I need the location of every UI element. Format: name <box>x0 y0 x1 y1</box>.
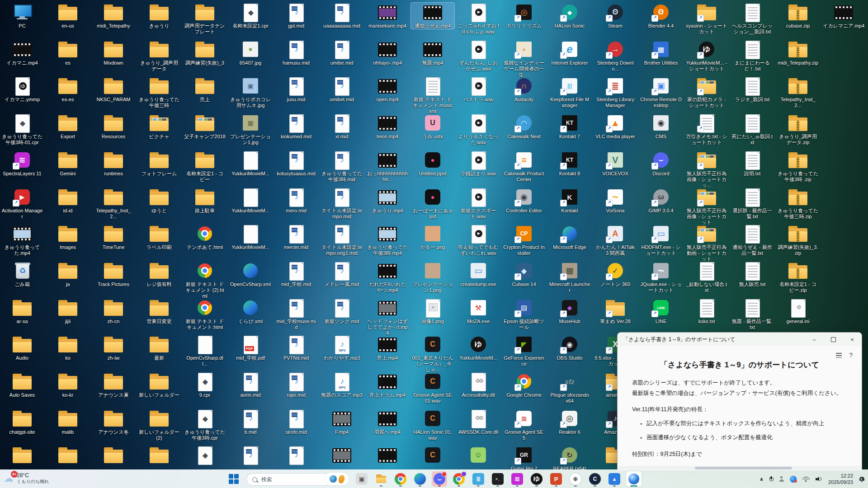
desktop-icon[interactable]: ↗万引きメモ.txt - ショートカット <box>685 113 728 145</box>
desktop-icon[interactable]: ◆9.cpr <box>183 372 226 398</box>
desktop-icon[interactable]: テンポあて.html <box>183 224 226 250</box>
desktop-icon[interactable]: イカマニ.mp4 <box>0 40 44 66</box>
taskbar-app-yukkuri-movie-maker[interactable]: ゆ <box>529 471 544 487</box>
desktop-icon[interactable]: ksks.txt <box>685 298 728 324</box>
desktop-icon[interactable]: ♪gpt.mid <box>274 3 318 29</box>
desktop-icon[interactable]: ゆイカマニ.ymmp <box>0 76 44 103</box>
desktop-icon[interactable]: レジ袋有料 <box>137 261 181 287</box>
taskbar-app-notepad[interactable]: ≣ <box>471 471 486 487</box>
desktop-icon[interactable]: ◎↗ポリリリリズム <box>502 3 546 29</box>
desktop-icon[interactable]: ✓↗ノートン 360 <box>594 261 637 287</box>
desktop-icon[interactable]: ヘッドフォンはずしててよかっt.mp4 <box>366 298 409 336</box>
desktop-icon[interactable]: midi_Telepathy <box>92 3 135 29</box>
desktop-icon[interactable]: ʘ↗Blender 4.4 <box>639 3 683 29</box>
desktop-icon[interactable]: ↻↗REAPER (x64) <box>548 446 591 472</box>
taskbar-clock[interactable]: 12:22 2025/09/23 <box>828 473 853 485</box>
desktop-icon[interactable]: OpenCvSharp.xml <box>229 261 272 287</box>
desktop-icon[interactable]: 名称未設定1 - コピー <box>183 150 226 183</box>
desktop-icon[interactable]: ▲画像1.png <box>411 298 454 324</box>
desktop-icon[interactable]: ohhayo-.mp4 <box>366 40 409 66</box>
desktop-icon[interactable]: アナウンス夏 <box>92 372 135 398</box>
desktop-icon[interactable]: ♪rajio.mid <box>274 372 318 398</box>
desktop-icon[interactable]: es-es <box>46 76 90 103</box>
desktop-icon[interactable]: cubase.zip <box>776 3 820 29</box>
desktop-icon[interactable]: ◉↗Controller Editor <box>502 188 546 214</box>
minimize-button[interactable]: – <box>805 333 824 346</box>
dialog-titlebar[interactable]: 「さよなら手書き 1～9」のサポートについて – × <box>618 333 862 346</box>
desktop-icon[interactable]: KT↗Kontakt 7 <box>548 113 591 140</box>
desktop-icon[interactable]: PC <box>0 3 44 29</box>
taskbar-app-google-chrome[interactable] <box>393 471 408 487</box>
desktop-icon[interactable]: K↗Kontakt <box>548 188 591 214</box>
desktop-icon[interactable]: 新規 テキスト ドキュメント.html <box>183 298 226 330</box>
taskbar-app-photos[interactable]: ▲ <box>607 471 622 487</box>
desktop-icon[interactable]: 通知うぜえ - 親作品一覧.txt <box>731 224 774 256</box>
desktop-icon[interactable]: ω↗GIMP 3.0.4 <box>639 188 683 214</box>
desktop-icon[interactable]: 新しいフォルダー (2) <box>137 409 181 441</box>
desktop-icon[interactable]: まにまにわーるど！.txt <box>731 40 774 72</box>
desktop-icon[interactable]: ◆ <box>183 446 226 466</box>
desktop-icon[interactable]: ♪mid_学校.mid <box>274 261 318 287</box>
desktop-icon[interactable]: ゆYukkuriMovieM... <box>457 335 500 361</box>
desktop-icon[interactable]: YukkuriMovieM... <box>229 150 272 177</box>
desktop-icon[interactable]: ▣↗Chrome Remote Desktop <box>639 76 683 108</box>
taskbar-app-chatgpt[interactable]: ✻ <box>568 471 583 487</box>
desktop-icon[interactable]: _起動しない場合.txt <box>685 261 728 293</box>
desktop-icon[interactable]: ◆名称未設定1.cpr <box>229 3 272 29</box>
desktop-icon[interactable]: ~↗JQuake.exe - ショートカット <box>639 261 683 293</box>
desktop-icon[interactable]: ◠↗Cakewalk Next <box>502 113 546 140</box>
taskbar-app-widgets[interactable] <box>324 471 350 487</box>
desktop-icon[interactable]: 調声用データテンプレート <box>183 3 226 35</box>
desktop-icon[interactable]: きゅうり_調声用データ <box>137 40 181 72</box>
desktop-icon[interactable]: かるー.png <box>411 224 454 250</box>
desktop-icon[interactable]: くらび.xml <box>229 298 272 324</box>
desktop-icon[interactable]: ↗Google Chrome <box>502 372 546 398</box>
desktop-icon[interactable]: F.mp4 <box>320 409 363 435</box>
taskbar-app-cubase[interactable]: C <box>587 471 603 487</box>
desktop-icon[interactable]: ʘ↗Steam <box>594 3 637 29</box>
desktop-icon[interactable]: A↗かんたん！AITalk 3 関西風 <box>594 224 637 256</box>
desktop-icon[interactable]: Telepathy_Inst_2... <box>92 188 135 220</box>
desktop-icon[interactable]: e↗Internet Explorer <box>548 40 591 66</box>
desktop-icon[interactable]: ☺ <box>457 446 500 466</box>
desktop-icon[interactable]: YukkuriMovieM... <box>229 224 272 250</box>
desktop-icon[interactable]: 新規 テキスト ドキュメント.musicxml <box>411 76 454 114</box>
desktop-icon[interactable]: ◎↗Reaktor 6 <box>548 409 591 435</box>
desktop-icon[interactable]: CHALion Sonic 01.wav <box>411 409 454 441</box>
desktop-icon[interactable]: 選択肢 - 親作品一覧.txt <box>731 188 774 220</box>
desktop-icon[interactable]: Mixdown <box>92 40 135 66</box>
desktop-icon[interactable]: Audio <box>0 335 44 361</box>
desktop-icon[interactable]: ♪kiokumed.mid <box>274 113 318 140</box>
desktop-icon[interactable]: 新規 テキスト ドキュメント (2).html <box>183 261 226 299</box>
desktop-icon[interactable]: きゅうり.mp4 <box>366 188 409 214</box>
desktop-icon[interactable]: 路上駐車 <box>183 188 226 214</box>
desktop-icon[interactable]: ▶よりうるさくなった.wav <box>457 113 500 145</box>
microphone-icon[interactable] <box>769 476 774 482</box>
tray-overflow-chevron-icon[interactable]: ∧ <box>760 476 764 482</box>
desktop-icon[interactable]: es <box>46 40 90 66</box>
desktop-icon[interactable]: GR↗Guitar Rig 7 <box>502 446 546 472</box>
desktop-icon[interactable]: teion.mp4 <box>366 113 409 140</box>
desktop-icon[interactable]: ▶新規エクスポート.wav <box>457 188 500 220</box>
desktop-icon[interactable]: 父子キャンプ2018 <box>183 113 226 140</box>
desktop-icon[interactable]: 名称未設定1 - コピー.zip <box>776 261 820 293</box>
desktop-icon[interactable]: プレゼンテーション1.png <box>411 261 454 293</box>
desktop-icon[interactable]: ●65407.jpg <box>229 40 272 66</box>
desktop-icon[interactable]: フォトフレーム <box>137 150 181 177</box>
desktop-icon[interactable]: ♪mero.mid <box>274 188 318 214</box>
desktop-icon[interactable]: ~↗VoiSona <box>594 188 637 214</box>
desktop-icon[interactable]: PDFmid_学校.pdf <box>229 335 272 361</box>
desktop-icon[interactable]: ⚒MoZA.exe <box>457 298 500 324</box>
desktop-icon[interactable]: きゅうり食ってた午後三時.zip <box>776 188 820 220</box>
desktop-icon[interactable]: Images <box>46 224 90 250</box>
desktop-icon[interactable]: ∩↗Audacity <box>502 76 546 103</box>
desktop-icon[interactable] <box>46 446 90 466</box>
desktop-icon[interactable]: 営業日変更 <box>137 298 181 324</box>
desktop-icon[interactable]: zh-cn <box>92 298 135 324</box>
weather-widget[interactable]: ☁9+ 28°C くもりのち晴れ <box>4 472 49 485</box>
desktop-icon[interactable]: jijii <box>46 298 90 324</box>
desktop-icon[interactable]: ♪uaaaaaaaaa.mid <box>320 3 363 29</box>
desktop-icon[interactable]: TimeTune <box>92 224 135 250</box>
desktop-icon[interactable]: 最新 <box>137 335 181 361</box>
desktop-icon[interactable]: C <box>411 446 454 466</box>
